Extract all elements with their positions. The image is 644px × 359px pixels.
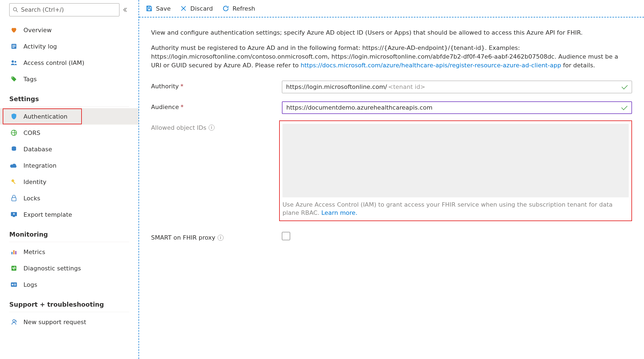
svg-rect-4 [12,46,16,47]
discard-button[interactable]: Discard [179,4,213,13]
sidebar-item-integration[interactable]: Integration [0,157,139,174]
key-icon [9,177,19,186]
sidebar-item-label: Integration [23,162,56,169]
sidebar-item-new-support-request[interactable]: New support request [0,314,139,330]
activity-log-icon [9,42,19,51]
svg-point-24 [13,319,15,322]
docs-link[interactable]: https://docs.microsoft.com/azure/healthc… [301,62,561,69]
diagnostics-icon [9,264,19,273]
toolbar-label: Discard [190,5,213,12]
svg-rect-26 [148,9,151,11]
sidebar-item-logs[interactable]: Logs [0,276,139,293]
svg-rect-15 [13,216,15,217]
sidebar-item-activity-log[interactable]: Activity log [0,38,139,55]
svg-point-6 [11,60,14,63]
sidebar-item-label: Diagnostic settings [23,265,81,272]
shield-icon [9,112,19,121]
svg-rect-16 [11,252,13,254]
info-icon[interactable]: i [218,235,224,241]
content: View and configure authentication settin… [139,17,644,260]
sidebar-item-database[interactable]: Database [0,141,139,157]
section-title-support: Support + troubleshooting [0,293,139,310]
sidebar-item-label: New support request [23,319,86,325]
search-icon [13,7,18,13]
smart-on-fhir-checkbox[interactable] [282,232,290,240]
authority-value: https://login.microsoftonline.com/ [286,83,387,90]
people-icon [9,58,19,67]
sidebar: Search (Ctrl+/) Overview Activity log Ac… [0,0,139,359]
lock-icon [9,194,19,203]
discard-icon [179,4,188,13]
annotation-highlight: Use Azure Access Control (IAM) to grant … [279,120,632,221]
export-icon [9,210,19,219]
sidebar-item-cors[interactable]: CORS [0,125,139,141]
object-ids-hint: Use Azure Access Control (IAM) to grant … [282,201,629,218]
database-icon [9,144,19,154]
sidebar-item-label: Activity log [23,43,57,50]
help-text-post: for details. [561,62,595,69]
sidebar-item-authentication[interactable]: Authentication [0,108,139,125]
sidebar-item-locks[interactable]: Locks [0,190,139,206]
svg-point-8 [12,77,13,78]
main-panel: Save Discard Refresh View and configure … [139,0,644,359]
svg-rect-22 [14,284,16,284]
sidebar-item-tags[interactable]: Tags [0,71,139,87]
required-indicator: * [180,83,183,90]
learn-more-link[interactable]: Learn more. [321,209,357,216]
svg-rect-5 [12,47,14,48]
sidebar-item-label: Tags [23,76,37,83]
divider [9,106,129,107]
sidebar-item-label: Locks [23,195,40,202]
info-icon[interactable]: i [209,125,215,131]
toolbar-label: Refresh [233,5,255,12]
sidebar-item-iam[interactable]: Access control (IAM) [0,55,139,71]
search-input[interactable]: Search (Ctrl+/) [9,3,119,16]
sidebar-item-label: Authentication [23,113,68,120]
sidebar-item-label: Overview [23,27,52,34]
save-icon [145,4,153,13]
allowed-object-ids-label: Allowed object IDs i [151,122,282,131]
refresh-icon [222,4,230,13]
sidebar-item-label: Logs [23,281,37,288]
refresh-button[interactable]: Refresh [222,4,255,13]
collapse-sidebar-button[interactable] [119,7,130,12]
allowed-object-ids-textarea[interactable] [282,124,629,197]
section-title-monitoring: Monitoring [0,223,139,240]
cloud-icon [9,161,19,170]
sidebar-item-label: Identity [23,179,46,185]
toolbar: Save Discard Refresh [139,0,644,17]
sidebar-item-diagnostic-settings[interactable]: Diagnostic settings [0,260,139,276]
logs-icon [9,280,19,289]
authority-input[interactable]: https://login.microsoftonline.com/ <tena… [282,81,632,93]
globe-arrows-icon [9,128,19,137]
authority-label: Authority* [151,81,282,90]
support-icon [9,317,19,327]
audience-input[interactable]: https://documentdemo.azurehealthcareapis… [282,101,632,114]
sidebar-item-export-template[interactable]: Export template [0,206,139,223]
section-title-settings: Settings [0,87,139,105]
sidebar-item-metrics[interactable]: Metrics [0,244,139,260]
heart-icon [9,25,19,35]
divider [9,242,129,242]
authority-tenant-hint: <tenant id> [388,83,425,90]
sidebar-item-label: Access control (IAM) [23,59,84,66]
smart-on-fhir-label: SMART on FHIR proxy i [151,232,282,241]
svg-rect-3 [12,45,16,46]
sidebar-item-identity[interactable]: Identity [0,174,139,190]
svg-rect-12 [13,182,16,184]
svg-rect-13 [12,198,16,201]
search-placeholder: Search (Ctrl+/) [21,7,64,13]
svg-rect-17 [13,250,14,254]
svg-rect-25 [148,6,150,7]
save-button[interactable]: Save [145,4,171,13]
metrics-icon [9,247,19,257]
sidebar-item-label: CORS [23,129,40,136]
sidebar-item-overview[interactable]: Overview [0,22,139,38]
authority-help-text: Authority must be registered to Azure AD… [151,44,628,70]
svg-point-21 [12,284,13,285]
svg-rect-18 [15,251,16,254]
required-indicator: * [180,104,183,110]
sidebar-item-label: Database [23,146,52,153]
toolbar-label: Save [156,5,171,12]
svg-rect-23 [14,285,16,285]
